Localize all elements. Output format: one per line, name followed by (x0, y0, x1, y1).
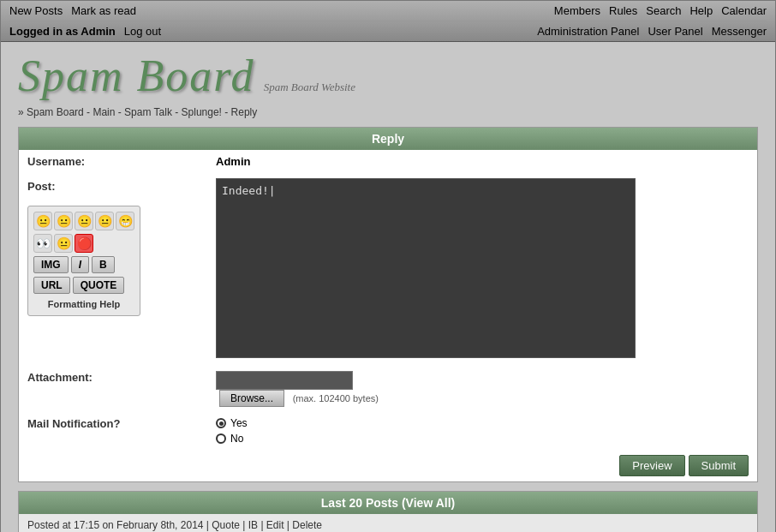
submit-button[interactable]: Submit (689, 455, 749, 476)
post-textarea[interactable]: Indeed!| (216, 178, 636, 358)
max-bytes-text: (max. 102400 bytes) (293, 393, 379, 403)
rules-link[interactable]: Rules (609, 4, 637, 17)
browse-button[interactable]: Browse... (219, 390, 284, 407)
breadcrumb-splunge[interactable]: Splunge! (182, 106, 222, 118)
search-link[interactable]: Search (646, 4, 681, 17)
members-link[interactable]: Members (554, 4, 600, 17)
post-label: Post: 😐 😐 😐 😐 😁 (19, 173, 207, 366)
img-button[interactable]: IMG (33, 256, 69, 273)
mail-notification-row: Mail Notification? Yes No (19, 412, 757, 450)
emoji-5[interactable]: 😁 (116, 212, 134, 230)
preview-button[interactable]: Preview (619, 455, 684, 476)
username-label: Username: (19, 150, 207, 173)
mail-no-radio[interactable] (216, 433, 226, 444)
mail-yes-label: Yes (230, 417, 248, 429)
breadcrumb-spamtalk[interactable]: Spam Talk (124, 106, 172, 118)
quote-button[interactable]: QUOTE (73, 277, 125, 294)
emoji-row1: 😐 😐 😐 😐 😁 (33, 212, 134, 230)
italic-button[interactable]: I (71, 256, 89, 273)
new-posts-link[interactable]: New Posts (9, 4, 63, 17)
formatting-toolbar: 😐 😐 😐 😐 😁 👀 😐 🔴 (27, 206, 140, 316)
reply-box: Reply Username: Admin Post: (18, 127, 758, 482)
emoji-1[interactable]: 😐 (33, 212, 52, 230)
mail-no-option[interactable]: No (216, 433, 749, 445)
post-info: Posted at 17:15 on February 8th, 2014 | … (27, 519, 322, 531)
reply-header: Reply (19, 128, 757, 150)
last-posts-box: Last 20 Posts (View All) Posted at 17:15… (18, 491, 758, 532)
emoji-2[interactable]: 😐 (54, 212, 73, 230)
breadcrumb-reply[interactable]: Reply (231, 106, 258, 118)
emoji-3[interactable]: 😐 (75, 212, 93, 230)
breadcrumb-spamboard[interactable]: Spam Board (27, 106, 84, 118)
emoji-row2: 👀 😐 🔴 (33, 234, 134, 253)
breadcrumb-main[interactable]: Main (93, 106, 115, 118)
last-posts-title: Last 20 Posts (321, 496, 402, 510)
username-value: Admin (216, 155, 250, 168)
logout-link[interactable]: Log out (124, 25, 161, 38)
mark-as-read-link[interactable]: Mark as read (71, 4, 136, 17)
mail-notification-label: Mail Notification? (19, 412, 207, 450)
view-all-link[interactable]: (View All) (402, 496, 455, 510)
submit-row: Preview Submit (19, 450, 757, 481)
bold-button[interactable]: B (92, 256, 115, 273)
mail-notification-options: Yes No (216, 417, 749, 445)
logged-in-text: Logged in as Admin (9, 25, 116, 38)
site-subtitle: Spam Board Website (264, 81, 355, 94)
attachment-input-display (216, 371, 353, 390)
url-button[interactable]: URL (33, 277, 70, 294)
help-link[interactable]: Help (689, 4, 713, 17)
emoji-7[interactable]: 😐 (54, 234, 73, 253)
mail-no-label: No (230, 433, 243, 445)
messenger-link[interactable]: Messenger (712, 25, 767, 38)
formatting-help-link[interactable]: Formatting Help (48, 299, 120, 309)
format-btn-row2: URL QUOTE (33, 277, 134, 294)
emoji-4[interactable]: 😐 (95, 212, 114, 230)
user-panel-link[interactable]: User Panel (648, 25, 702, 38)
admin-panel-link[interactable]: Administration Panel (537, 25, 639, 38)
mail-yes-radio[interactable] (216, 418, 226, 428)
format-btn-row1: IMG I B (33, 256, 134, 273)
last-posts-content: Posted at 17:15 on February 8th, 2014 | … (19, 514, 757, 532)
last-posts-header: Last 20 Posts (View All) (19, 492, 757, 514)
calendar-link[interactable]: Calendar (721, 4, 767, 17)
emoji-6[interactable]: 👀 (33, 234, 52, 253)
username-row: Username: Admin (19, 150, 757, 173)
attachment-label: Attachment: (19, 366, 207, 412)
breadcrumb: » Spam Board - Main - Spam Talk - Splung… (18, 106, 758, 118)
mail-yes-option[interactable]: Yes (216, 417, 749, 429)
emoji-8[interactable]: 🔴 (75, 234, 93, 253)
post-row: Post: 😐 😐 😐 😐 😁 (19, 173, 757, 366)
attachment-row: Attachment: Browse... (max. 102400 bytes… (19, 366, 757, 412)
site-logo: Spam Board (18, 51, 255, 101)
